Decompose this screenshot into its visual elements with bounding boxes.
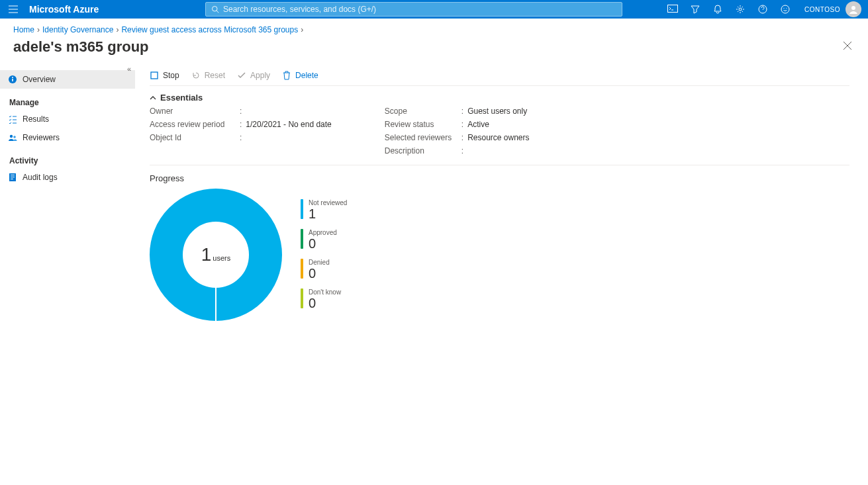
legend-value: 0 — [309, 266, 330, 281]
close-button[interactable] — [840, 38, 855, 56]
ess-period-value: 1/20/2021 - No end date — [246, 120, 331, 129]
crumb-home[interactable]: Home — [13, 25, 34, 34]
legend-value: 0 — [309, 296, 341, 310]
svg-rect-9 — [12, 79, 13, 81]
donut-users-label: users — [213, 254, 230, 262]
donut-center: 1 users — [150, 189, 282, 321]
legend-label: Don't know — [309, 288, 341, 296]
legend-item-denied: Denied 0 — [301, 259, 347, 281]
header-icons: CONTOSO — [661, 0, 868, 19]
toolbar-label: Delete — [295, 71, 318, 80]
check-icon — [237, 71, 246, 80]
ess-owner-label: Owner — [150, 107, 236, 116]
legend-label: Denied — [309, 259, 330, 266]
title-row: adele's m365 group — [0, 37, 868, 62]
ess-status-value: Active — [467, 120, 489, 129]
legend-value: 1 — [309, 206, 347, 221]
sidebar-item-audit-logs[interactable]: Audit logs — [0, 168, 135, 187]
sidebar-item-label: Results — [23, 114, 49, 124]
delete-button[interactable]: Delete — [282, 71, 318, 80]
sidebar-item-overview[interactable]: Overview — [0, 70, 135, 89]
close-icon — [843, 41, 852, 50]
svg-rect-16 — [11, 179, 13, 179]
legend-label: Not reviewed — [309, 199, 347, 206]
sidebar-section-activity: Activity — [0, 147, 135, 168]
toolbar: Stop Reset Apply Delete — [150, 65, 849, 86]
legend-value: 0 — [309, 236, 337, 251]
sidebar-item-results[interactable]: Results — [0, 110, 135, 128]
help-icon[interactable] — [751, 0, 774, 19]
stop-icon — [150, 71, 159, 80]
hamburger-menu[interactable] — [0, 0, 26, 19]
directory-filter-icon[interactable] — [684, 0, 706, 19]
legend-bar — [301, 259, 303, 279]
svg-rect-1 — [668, 5, 678, 13]
progress-row: 1 users Not reviewed 1 Approved 0 — [150, 189, 849, 321]
crumb-identity[interactable]: Identity Governance — [42, 25, 113, 34]
reset-button: Reset — [191, 71, 225, 80]
ess-reviewers-value: Resource owners — [467, 133, 529, 142]
ess-status-label: Review status — [385, 120, 458, 129]
sidebar-section-manage: Manage — [0, 89, 135, 110]
reset-icon — [191, 71, 201, 80]
feedback-icon[interactable] — [774, 0, 796, 19]
ess-desc-label: Description — [385, 146, 458, 155]
legend-item-not-reviewed: Not reviewed 1 — [301, 199, 347, 221]
legend-label: Approved — [309, 229, 337, 236]
svg-rect-15 — [11, 177, 15, 177]
sidebar-item-label: Overview — [23, 75, 56, 84]
ess-object-label: Object Id — [150, 133, 236, 142]
legend: Not reviewed 1 Approved 0 Denied 0 — [301, 199, 347, 310]
svg-point-5 — [784, 8, 785, 9]
svg-point-7 — [851, 6, 855, 10]
sidebar-item-reviewers[interactable]: Reviewers — [0, 128, 135, 147]
collapse-sidebar-button[interactable]: « — [127, 65, 131, 73]
apply-button: Apply — [237, 71, 270, 80]
sidebar-item-label: Reviewers — [23, 133, 60, 142]
svg-point-10 — [12, 77, 13, 78]
progress-title: Progress — [150, 165, 849, 189]
toolbar-label: Stop — [163, 71, 179, 80]
chevron-right-icon: › — [301, 25, 303, 34]
svg-point-4 — [781, 5, 789, 13]
info-icon — [8, 75, 17, 84]
chevron-right-icon: › — [116, 25, 119, 34]
people-icon — [8, 133, 17, 142]
top-header: Microsoft Azure Search resources, servic… — [0, 0, 868, 19]
cloud-shell-icon[interactable] — [661, 0, 684, 19]
search-icon — [211, 5, 219, 13]
svg-point-12 — [13, 136, 16, 138]
stop-button[interactable]: Stop — [150, 71, 179, 80]
person-icon — [848, 4, 859, 15]
donut-chart: 1 users — [150, 189, 282, 321]
essentials-toggle[interactable]: Essentials — [150, 86, 849, 107]
essentials-panel: Owner: Access review period:1/20/2021 - … — [150, 107, 849, 165]
legend-item-dont-know: Don't know 0 — [301, 288, 347, 310]
trash-icon — [282, 71, 291, 80]
sidebar: « Overview Manage Results Reviewers Acti… — [0, 62, 135, 481]
essentials-header: Essentials — [160, 93, 203, 103]
sidebar-item-label: Audit logs — [23, 173, 58, 182]
avatar[interactable] — [845, 1, 861, 17]
chevron-up-icon — [150, 95, 156, 101]
svg-rect-17 — [151, 72, 158, 79]
crumb-review[interactable]: Review guest access across Microsoft 365… — [121, 25, 298, 34]
search-input[interactable]: Search resources, services, and docs (G+… — [205, 2, 622, 17]
hamburger-icon — [9, 5, 18, 13]
brand-label: Microsoft Azure — [26, 4, 199, 15]
donut-count: 1 — [201, 244, 212, 265]
breadcrumb: Home › Identity Governance › Review gues… — [0, 19, 868, 37]
notifications-icon[interactable] — [706, 0, 729, 19]
ess-reviewers-label: Selected reviewers — [385, 133, 458, 142]
toolbar-label: Apply — [250, 71, 270, 80]
page-title: adele's m365 group — [13, 38, 149, 56]
search-placeholder: Search resources, services, and docs (G+… — [223, 5, 376, 14]
svg-rect-14 — [11, 175, 15, 175]
search-container: Search resources, services, and docs (G+… — [205, 2, 622, 17]
legend-bar — [301, 199, 303, 219]
svg-point-0 — [213, 7, 218, 12]
legend-item-approved: Approved 0 — [301, 229, 347, 251]
svg-point-6 — [787, 8, 787, 9]
settings-icon[interactable] — [729, 0, 751, 19]
legend-bar — [301, 288, 303, 308]
